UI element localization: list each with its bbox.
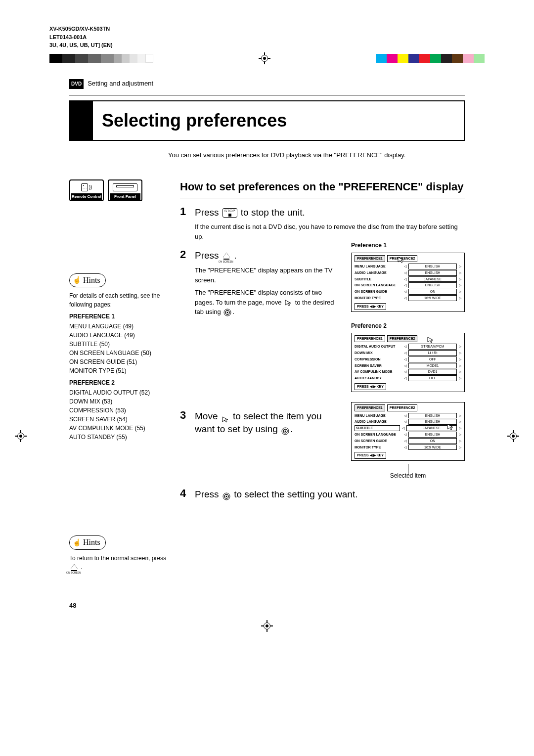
step-1: 1 Press STOP to stop the unit. [180,206,465,220]
breadcrumb-text: Setting and adjustment [88,79,153,88]
hints-list-item: SUBTITLE (50) [69,340,168,349]
osd-row: SUBTITLE◁JAPANESE▷ [355,276,461,282]
osd-row: MONITOR TYPE◁16:9 WIDE▷ [355,295,461,301]
front-panel-label: Front Panel [110,193,140,200]
chevron-left-icon: ◁ [404,357,406,362]
hints-box-2: ☝ Hints [69,535,106,549]
chevron-left-icon: ◁ [404,369,406,374]
chevron-left-icon: ◁ [404,363,406,368]
osd-footer: PRESS ◀ ▶ KEY [355,452,386,459]
remote-label: Remote Control [71,193,102,200]
step-3-num: 3 [180,410,190,421]
osd-value: MODE1 [408,363,457,369]
osd-key: DOWN MIX [355,351,402,356]
chevron-right-icon: ▷ [459,413,461,418]
chevron-left-icon: ◁ [404,376,406,381]
chevron-left-icon: ◁ [404,413,406,418]
osd-value: ON [408,438,457,444]
osd-value: ENGLISH [408,270,457,276]
osd-key: SCREEN SAVER [355,363,402,368]
hints-1-content: For details of each setting, see the fol… [69,291,168,442]
on-screen-button-icon: ON SCREEN [222,253,230,260]
osd-key: MENU LANGUAGE [355,413,402,418]
cursor-arrow-icon [446,423,454,430]
hints-list-item: AUTO STANDBY (55) [69,433,168,442]
model-line-1: XV-K505GD/XV-K503TN [49,25,485,33]
chevron-right-icon: ▷ [459,369,461,374]
osd-key: AV COMPULINK MODE [355,369,402,374]
chevron-left-icon: ◁ [404,419,406,424]
step-3: 3 Move to select the item you want to se… [180,410,342,436]
osd-value: OFF [408,375,457,381]
osd-row: DOWN MIX◁Lt / Rt▷ [355,350,461,356]
osd-value: ENGLISH [408,282,457,288]
step-3-title-c: . [290,424,293,434]
osd-tab-2: PREFERENCE2 [387,335,418,342]
osd-row: DIGITAL AUDIO OUTPUT◁STREAM/PCM▷ [355,344,461,350]
registration-mark-bottom [49,620,485,632]
chevron-left-icon: ◁ [404,344,406,349]
osd-footer: PRESS ◀ ▶ KEY [355,303,386,310]
dvd-badge: DVD [69,79,84,89]
chevron-right-icon: ▷ [459,264,461,269]
osd-row: AV COMPULINK MODE◁DVD1▷ [355,369,461,375]
osd-row: SUBTITLE◁JAPANESE▷ [355,425,461,431]
chevron-right-icon: ▷ [459,289,461,294]
osd-key: AUDIO LANGUAGE [355,419,402,424]
osd-value: 16:9 WIDE [408,445,457,450]
chevron-right-icon: ▷ [459,363,461,368]
osd-tab-1: PREFERENCE1 [355,404,385,411]
chevron-right-icon: ▷ [459,351,461,356]
chevron-right-icon: ▷ [459,426,461,431]
hints-list-item: AV COMPULINK MODE (55) [69,424,168,433]
osd-value: STREAM/PCM [408,344,457,350]
hints-list-item: AUDIO LANGUAGE (49) [69,331,168,340]
osd-row: AUTO STANDBY◁OFF▷ [355,375,461,381]
step-4-title-b: to select the setting you want. [234,489,357,499]
chevron-right-icon: ▷ [459,344,461,349]
cursor-arrow-icon [427,336,435,343]
cursor-arrow-icon [397,256,405,263]
registration-mark-top [259,52,270,64]
osd-key: AUTO STANDBY [355,376,402,381]
registration-mark-right [507,430,519,442]
front-panel-icon: Front Panel [108,179,142,201]
osd-key: MONITOR TYPE [355,296,402,301]
hints-label: Hints [83,275,100,286]
step-1-title-a: Press [195,207,219,218]
osd-key: SUBTITLE [355,277,402,282]
hints-list-item: DIGITAL AUDIO OUTPUT (52) [69,388,168,397]
hints-2-text-b: . [81,564,82,571]
chevron-left-icon: ◁ [404,351,406,356]
osd-row: COMPRESSION◁OFF▷ [355,356,461,362]
osd-value: ON [408,289,457,295]
osd-value: OFF [408,356,457,362]
step-4-title-a: Press [195,489,219,499]
remote-control-icon: ∘ ⁃⁃⁃)) Remote Control [69,179,104,201]
osd-row: ON SCREEN LANGUAGE◁ENGLISH▷ [355,432,461,438]
osd-value: ENGLISH [408,264,457,269]
chevron-right-icon: ▷ [459,270,461,275]
chevron-left-icon: ◁ [404,277,406,282]
step-2-body-a: The "PREFERENCE" display appears on the … [195,266,342,285]
osd-row: ON SCREEN GUIDE◁ON▷ [355,289,461,295]
chevron-left-icon: ◁ [404,283,406,288]
page-title: Selecting preferences [102,108,287,133]
osd-key: ON SCREEN LANGUAGE [355,432,402,437]
osd-key: DIGITAL AUDIO OUTPUT [355,344,402,349]
osd-row: SCREEN SAVER◁MODE1▷ [355,363,461,369]
osd-value: ENGLISH [408,413,457,419]
chevron-left-icon: ◁ [404,270,406,275]
osd-row: AUDIO LANGUAGE◁ENGLISH▷ [355,270,461,276]
hints-2-content: To return to the normal screen, press ON… [69,554,168,572]
step-1-body: If the current disc is not a DVD disc, y… [195,222,465,241]
chevron-left-icon: ◁ [404,264,406,269]
osd-key: MENU LANGUAGE [355,264,402,269]
osd-preference-2: PREFERENCE1PREFERENCE2 DIGITAL AUDIO OUT… [351,333,465,392]
control-icons: ∘ ⁃⁃⁃)) Remote Control Front Panel [69,179,168,201]
pref1-label: Preference 1 [351,241,465,250]
hints-list-item: COMPRESSION (53) [69,406,168,415]
chevron-right-icon: ▷ [459,376,461,381]
osd-value: JAPANESE [408,276,457,282]
hints-list-item: MONITOR TYPE (51) [69,366,168,375]
